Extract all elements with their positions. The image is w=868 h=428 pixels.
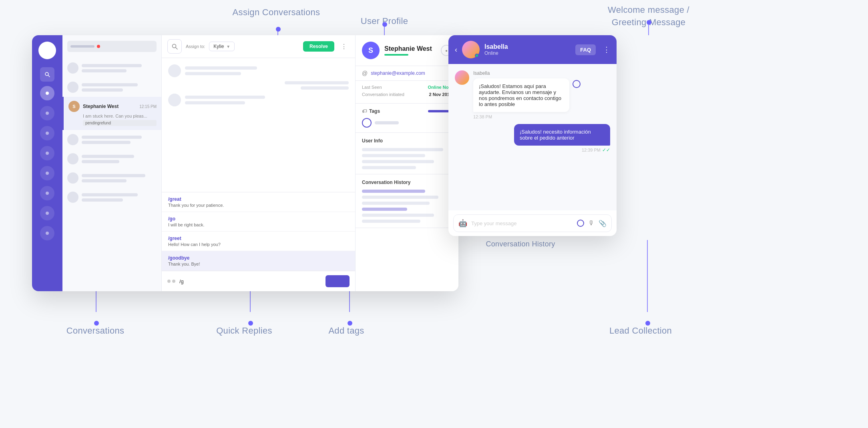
profile-meta: Last Seen Online Now Conversation initia… bbox=[356, 81, 458, 104]
qr-shortcut-go: /go bbox=[168, 216, 349, 222]
widget-agent-message-row: Isabella ¡Saludos! Estamos aquí para ayu… bbox=[455, 70, 610, 119]
sidebar-nav-3[interactable] bbox=[40, 126, 54, 140]
conv-time-stephanie: 12:15 PM bbox=[139, 104, 157, 109]
sidebar-nav-4[interactable] bbox=[40, 146, 54, 160]
widget-online-dot bbox=[475, 54, 479, 58]
sidebar bbox=[32, 35, 62, 291]
profile-name: Stephanie West bbox=[384, 45, 432, 52]
qr-item-go[interactable]: /go I will be right back. bbox=[162, 212, 355, 232]
annotation-lead-collection: Lead Collection bbox=[585, 326, 697, 336]
profile-email-row: @ stephanie@example.com bbox=[356, 66, 458, 81]
widget-messages: Isabella ¡Saludos! Estamos aquí para ayu… bbox=[448, 64, 617, 210]
quick-replies-panel: /great Thank you for your patience. /go … bbox=[162, 192, 355, 271]
conv-header bbox=[62, 35, 161, 55]
chat-search-box[interactable] bbox=[167, 39, 182, 54]
sidebar-search-btn[interactable] bbox=[40, 67, 54, 82]
sidebar-nav-5[interactable] bbox=[40, 166, 54, 180]
widget-input-placeholder[interactable]: Type your message bbox=[471, 220, 573, 226]
qr-text-greet: Hello! How can I help you? bbox=[168, 242, 349, 247]
qr-item-goodbye[interactable]: /goodbye Thank you. Bye! bbox=[162, 251, 355, 271]
chat-widget: ‹ Isabella Online FAQ ⋮ Isabella ¡Saludo… bbox=[448, 35, 617, 236]
widget-agent-avatar bbox=[455, 70, 469, 85]
last-seen-label: Last Seen bbox=[362, 85, 382, 90]
assign-label: Assign to: bbox=[186, 44, 205, 49]
conv-search-bar[interactable] bbox=[67, 41, 157, 52]
at-icon: @ bbox=[362, 70, 368, 76]
widget-sender-name: Isabella bbox=[473, 70, 581, 76]
widget-input-dot bbox=[577, 220, 584, 227]
widget-attach-icon[interactable]: 📎 bbox=[599, 220, 607, 227]
widget-user-message-row: ¡Saludos! necesito información sobre el … bbox=[514, 124, 610, 153]
qr-shortcut-greet: /greet bbox=[168, 236, 349, 241]
more-icon[interactable]: ⋮ bbox=[338, 41, 350, 52]
widget-input-area[interactable]: 🤖 Type your message 🎙 📎 bbox=[453, 214, 612, 232]
sidebar-nav-6[interactable] bbox=[40, 186, 54, 200]
profile-header: S Stephanie West ● bbox=[356, 35, 458, 66]
double-check-icon: ✓✓ bbox=[602, 147, 610, 153]
widget-mic-icon[interactable]: 🎙 bbox=[588, 220, 595, 227]
annotation-quick-replies: Quick Replies bbox=[196, 326, 292, 336]
profile-online-bar bbox=[384, 54, 408, 56]
conv-avatar-stephanie: S bbox=[68, 101, 80, 112]
qr-shortcut-goodbye: /goodbye bbox=[168, 255, 349, 261]
widget-bubble-indicator bbox=[573, 80, 581, 88]
qr-text-great: Thank you for your patience. bbox=[168, 203, 349, 208]
search-input[interactable]: /g bbox=[179, 278, 321, 284]
user-info-section: User Info ∧ bbox=[356, 133, 458, 174]
sidebar-logo bbox=[38, 42, 56, 59]
widget-greeting-time: 12:38 PM bbox=[473, 114, 581, 119]
qr-text-go: I will be right back. bbox=[168, 222, 349, 227]
profile-email: stephanie@example.com bbox=[371, 70, 425, 76]
chat-header: Assign to: Kylie ▼ Resolve ⋮ bbox=[162, 35, 355, 58]
conv-history-title: Conversation History bbox=[362, 180, 410, 185]
main-app-window: S Stephanie West 12:15 PM I am stuck her… bbox=[32, 35, 458, 291]
conversation-item-stephanie[interactable]: S Stephanie West 12:15 PM I am stuck her… bbox=[62, 97, 161, 130]
chat-area: Assign to: Kylie ▼ Resolve ⋮ bbox=[162, 35, 355, 291]
tags-section: 🏷 Tags bbox=[356, 104, 458, 133]
widget-agent-name: Isabella bbox=[484, 43, 508, 50]
widget-agent-status: Online bbox=[484, 50, 508, 56]
tag-icon: 🏷 bbox=[362, 108, 367, 114]
widget-avatar-wrap bbox=[462, 41, 480, 58]
profile-panel: S Stephanie West ● @ stephanie@example.c… bbox=[355, 35, 458, 291]
tag-add-circle[interactable] bbox=[362, 118, 372, 128]
svg-point-16 bbox=[173, 44, 176, 48]
annotation-welcome: Welcome message / Greeting Message bbox=[593, 4, 705, 29]
widget-greeting-bubble: ¡Saludos! Estamos aquí para ayudarte. En… bbox=[473, 78, 569, 112]
user-info-title: User Info bbox=[362, 138, 383, 144]
tags-title: 🏷 Tags bbox=[362, 108, 380, 114]
chat-messages bbox=[162, 58, 355, 192]
annotation-assign: Assign Conversations bbox=[224, 7, 328, 18]
annotation-conv-history: Conversation History bbox=[448, 240, 593, 248]
widget-bot-icon: 🤖 bbox=[458, 219, 467, 228]
assign-value: Kylie bbox=[213, 44, 224, 49]
sidebar-nav-8[interactable] bbox=[40, 226, 54, 240]
assign-select[interactable]: Kylie ▼ bbox=[209, 42, 235, 51]
qr-shortcut-great: /great bbox=[168, 196, 349, 202]
svg-line-15 bbox=[48, 75, 50, 77]
sidebar-nav-2[interactable] bbox=[40, 106, 54, 120]
conv-tag-stephanie[interactable]: pendingrefund bbox=[83, 120, 157, 126]
chevron-down-icon: ▼ bbox=[226, 44, 230, 49]
widget-header: ‹ Isabella Online FAQ ⋮ bbox=[448, 35, 617, 64]
annotation-add-tags: Add tags bbox=[298, 326, 394, 336]
resolve-button[interactable]: Resolve bbox=[303, 41, 334, 52]
chat-input-area: /g bbox=[162, 271, 355, 291]
widget-faq-button[interactable]: FAQ bbox=[575, 44, 596, 55]
qr-item-greet[interactable]: /greet Hello! How can I help you? bbox=[162, 232, 355, 251]
sidebar-nav-7[interactable] bbox=[40, 206, 54, 220]
widget-user-bubble: ¡Saludos! necesito información sobre el … bbox=[514, 124, 610, 146]
send-button[interactable] bbox=[326, 275, 350, 287]
widget-user-time: 12:39 PM ✓✓ bbox=[582, 147, 610, 153]
qr-text-goodbye: Thank you. Bye! bbox=[168, 262, 349, 266]
conversations-panel: S Stephanie West 12:15 PM I am stuck her… bbox=[62, 35, 162, 291]
conv-preview-stephanie: I am stuck here. Can you pleas... bbox=[83, 114, 157, 118]
qr-item-great[interactable]: /great Thank you for your patience. bbox=[162, 192, 355, 212]
conv-name-stephanie: Stephanie West bbox=[83, 104, 119, 109]
annotation-conversations: Conversations bbox=[43, 326, 147, 336]
widget-back-icon[interactable]: ‹ bbox=[455, 46, 457, 54]
conv-initiated-label: Conversation initiated bbox=[362, 92, 404, 97]
widget-more-icon[interactable]: ⋮ bbox=[603, 45, 610, 54]
svg-line-17 bbox=[176, 48, 177, 49]
sidebar-nav-1[interactable] bbox=[40, 86, 54, 100]
